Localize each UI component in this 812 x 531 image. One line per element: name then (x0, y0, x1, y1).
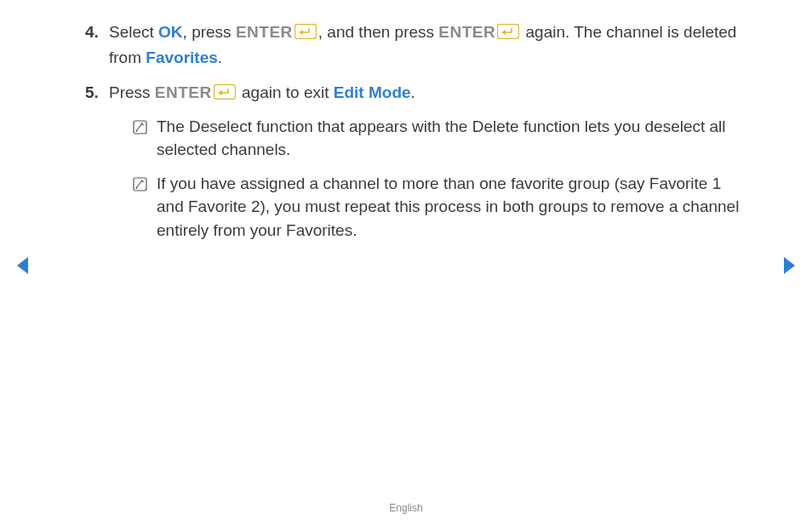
note-text: The Deselect function that appears with … (157, 117, 726, 159)
nav-prev-button[interactable] (15, 255, 31, 279)
content-area: Select OK, press ENTER , and then press … (51, 20, 761, 242)
svg-marker-5 (218, 90, 222, 95)
note-item: The Deselect function that appears with … (133, 115, 752, 162)
svg-rect-7 (134, 178, 146, 191)
svg-marker-8 (17, 257, 28, 274)
enter-icon (294, 22, 317, 46)
step-text: Select OK, press ENTER , and then press … (109, 23, 736, 66)
svg-marker-1 (299, 30, 303, 35)
note-item: If you have assigned a channel to more t… (133, 172, 752, 243)
note-list: The Deselect function that appears with … (109, 115, 752, 243)
note-icon (133, 174, 147, 189)
note-text: If you have assigned a channel to more t… (157, 174, 739, 239)
manual-page: Select OK, press ENTER , and then press … (0, 0, 812, 531)
svg-marker-3 (501, 30, 506, 35)
step-text: Press ENTER again to exit Edit Mode. (109, 83, 415, 101)
svg-rect-4 (214, 85, 235, 100)
enter-icon (214, 83, 236, 106)
nav-prev-arrow-icon (15, 255, 31, 276)
step-list: Select OK, press ENTER , and then press … (85, 20, 752, 242)
svg-rect-2 (498, 25, 519, 39)
step-item: Select OK, press ENTER , and then press … (85, 20, 752, 69)
note-icon (133, 117, 147, 132)
svg-marker-9 (784, 257, 795, 274)
step-item: Press ENTER again to exit Edit Mode. The… (85, 81, 752, 242)
footer-language: English (0, 502, 812, 514)
enter-icon (497, 22, 519, 46)
nav-next-button[interactable] (781, 255, 797, 279)
svg-rect-0 (294, 25, 316, 39)
nav-next-arrow-icon (781, 255, 797, 276)
svg-rect-6 (134, 121, 146, 134)
